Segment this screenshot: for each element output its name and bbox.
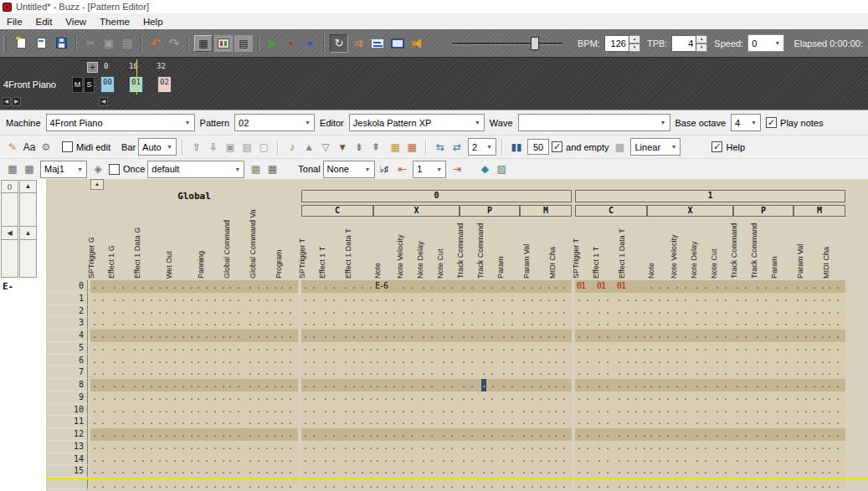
pattern-cell[interactable]: . . [825,441,845,453]
pattern-cell[interactable]: . . [321,355,342,367]
pattern-cell[interactable]: . . [753,453,773,466]
pattern-cell[interactable]: . . [673,465,693,478]
pattern-cell[interactable]: . . [693,416,713,428]
pattern-cell[interactable]: . . . . [131,293,162,305]
levels-icon[interactable]: ▮▮ [508,139,525,156]
pattern-cell[interactable]: . . [773,428,794,441]
pattern-cell[interactable]: . . . [373,428,399,441]
pattern-cell[interactable]: . . [90,391,110,404]
pattern-cell[interactable]: . . [419,317,439,330]
pattern-cell[interactable]: . . [825,479,845,489]
pattern-cell[interactable]: . . . [373,293,399,305]
pattern-cell[interactable]: . . [226,293,246,305]
record-icon[interactable]: ● [283,34,300,53]
pattern-cell[interactable]: . . . [373,305,399,318]
pattern-cell[interactable]: . . [673,366,693,379]
pattern-cell[interactable]: . . . [647,416,673,428]
pattern-cell[interactable]: . . . . [615,428,647,441]
pattern-cell[interactable]: . . . [373,441,399,453]
pattern-cell[interactable]: . . [321,453,342,466]
chord-icon[interactable]: ◈ [90,161,106,177]
pattern-cell[interactable]: . . . . [131,479,162,489]
pattern-cell[interactable]: . . [575,428,595,441]
pattern-left-scrollbar[interactable]: () ◀ [1,180,18,278]
pattern-cell[interactable]: . . [825,366,845,379]
pattern-cell[interactable]: . . [693,379,713,391]
pattern-cell[interactable]: . . [575,379,595,391]
pattern-cell[interactable]: . . [321,391,342,404]
pattern-cell[interactable]: . . [419,280,439,293]
pattern-cell[interactable]: . . . [647,342,673,355]
keymap-grid-icon[interactable]: ▦ [21,161,38,177]
pattern-cell[interactable]: . . [321,379,342,391]
pattern-cell[interactable]: . . [226,379,246,391]
pattern-cell[interactable]: . . . . [131,366,162,379]
copy-block-icon[interactable]: ▣ [222,139,239,156]
pattern-cell[interactable]: . . [673,330,693,342]
pattern-cell[interactable]: . . [301,441,321,453]
pattern-cell[interactable]: . . [321,317,342,330]
pattern-cell[interactable]: . . [226,479,246,489]
row-number[interactable]: 10 [46,404,88,417]
pattern-cell[interactable]: . . . . [246,305,278,318]
pattern-cell[interactable]: . . [399,379,419,391]
pattern-cell[interactable]: . . [110,391,131,404]
pattern-cell[interactable]: . . [753,330,773,342]
pattern-cell[interactable]: . . [575,355,595,367]
pattern-cell[interactable]: . . [673,293,693,305]
pattern-cell[interactable]: . . [110,416,131,428]
pattern-cell[interactable]: . . . . [520,342,552,355]
pattern-cell[interactable]: . . . . [520,391,552,404]
pattern-cell[interactable]: . . [500,342,520,355]
step-select[interactable]: 2 ▾ [468,138,496,156]
pattern-cell[interactable]: . . [552,330,572,342]
pattern-cell[interactable]: . . . . [246,293,278,305]
pattern-cell[interactable]: . . [733,317,753,330]
pattern-cell[interactable]: . . [321,465,342,478]
pattern-cell[interactable]: . . [825,465,845,478]
pattern-cell[interactable]: . . [460,479,480,489]
pattern-cell[interactable]: . . [226,453,246,466]
pattern-cell[interactable]: . . [110,465,131,478]
pattern-cell[interactable]: . . . . [342,280,373,293]
pattern-cell[interactable]: . . [773,453,794,466]
cut-icon[interactable]: ✂ [82,34,99,53]
pattern-cell[interactable]: . . [500,453,520,466]
pattern-cell[interactable]: . . [825,391,845,404]
pattern-cell[interactable]: . . . [373,465,399,478]
pattern-cell[interactable]: . . [673,379,693,391]
pattern-cell[interactable]: . . [575,293,595,305]
pattern-cell[interactable]: . . . . [342,330,373,342]
pattern-cell[interactable]: . . [226,330,246,342]
pattern-cell[interactable]: . . [595,453,615,466]
pattern-cell[interactable]: . . . . [194,342,226,355]
pattern-cell[interactable]: . . . . [131,342,162,355]
pattern-cell[interactable]: . . [439,293,460,305]
pattern-cell[interactable]: . . [693,280,713,293]
pattern-cell[interactable]: . . [753,404,773,417]
pattern-cell[interactable]: . . [321,404,342,417]
pattern-cell[interactable]: . . . . [194,453,226,466]
pattern-cell[interactable]: . . [575,366,595,379]
pattern-cell[interactable]: . . [753,342,773,355]
pattern-cell[interactable]: . . [321,280,342,293]
pattern-cell[interactable]: . . . . [194,366,226,379]
pattern-cell[interactable]: . . [90,453,110,466]
pattern-cell[interactable]: . . . . [131,280,162,293]
pattern-cell[interactable]: . . [419,366,439,379]
new-file-button[interactable] [12,34,30,53]
pattern-view-button[interactable] [214,35,233,52]
pattern-cell[interactable]: . . . . [520,305,552,318]
pattern-cell[interactable]: . . [733,280,753,293]
pattern-cell[interactable]: . . [301,391,321,404]
pattern-cell[interactable]: . . . . [162,330,194,342]
pattern-cell[interactable]: . . . . [615,453,647,466]
pattern-cell[interactable]: . . . . [162,428,194,441]
pattern-cell[interactable]: . . [439,366,460,379]
pattern-cell[interactable]: . . . . [246,404,278,417]
pattern-cell[interactable]: . . . . [162,479,194,489]
pattern-cell[interactable]: . . . . [342,355,373,367]
pattern-cell[interactable]: . . [439,453,460,466]
pattern-cell[interactable]: . . . [373,355,399,367]
pattern-cell[interactable]: . . [693,453,713,466]
